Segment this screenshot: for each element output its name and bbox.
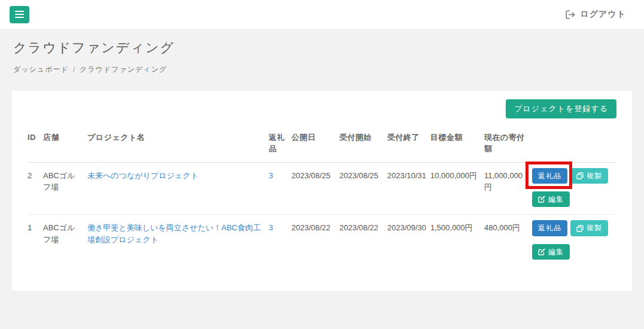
- header-id: ID: [28, 126, 43, 162]
- logout-link[interactable]: ログアウト: [566, 9, 626, 20]
- duplicate-button[interactable]: 複製: [570, 220, 608, 236]
- table-row: 1 ABCゴルフ場 働き甲斐と美味しいを両立させたい！ABC食肉工場創設プロジェ…: [28, 215, 616, 267]
- projects-table: ID 店舗 プロジェクト名 返礼品 公開日 受付開始 受付終了 目標金額 現在の…: [28, 126, 616, 267]
- cell-shop: ABCゴルフ場: [43, 215, 87, 267]
- gifts-count-link[interactable]: 3: [269, 223, 273, 232]
- breadcrumb: ダッシュボード / クラウドファンディング: [13, 65, 632, 75]
- top-navbar: ログアウト: [0, 0, 644, 29]
- cell-goal: 1,500,000円: [430, 215, 484, 267]
- header-start: 受付開始: [339, 126, 387, 162]
- header-actions: [532, 126, 616, 162]
- cell-current: 11,000,000円: [484, 162, 532, 215]
- edit-button[interactable]: 編集: [532, 244, 570, 260]
- header-end: 受付終了: [387, 126, 430, 162]
- edit-button[interactable]: 編集: [532, 191, 570, 207]
- copy-icon: [576, 172, 584, 179]
- cell-actions: 返礼品 複製: [532, 162, 616, 215]
- cell-start: 2023/08/22: [339, 215, 387, 267]
- page-title: クラウドファンディング: [13, 39, 632, 57]
- cell-shop: ABCゴルフ場: [43, 162, 87, 215]
- sidebar-toggle-button[interactable]: [10, 6, 29, 23]
- cell-id: 2: [28, 162, 43, 215]
- edit-icon: [538, 196, 545, 203]
- cell-end: 2023/09/30: [387, 215, 430, 267]
- cell-published: 2023/08/22: [291, 215, 339, 267]
- logout-label: ログアウト: [580, 9, 626, 20]
- breadcrumb-separator: /: [73, 66, 75, 74]
- breadcrumb-current: クラウドファンディング: [80, 65, 167, 75]
- sign-out-icon: [566, 10, 575, 19]
- project-name-link[interactable]: 働き甲斐と美味しいを両立させたい！ABC食肉工場創設プロジェクト: [87, 223, 260, 244]
- edit-icon: [538, 248, 545, 255]
- table-row: 2 ABCゴルフ場 未来へのつながりプロジェクト 3 2023/08/25 20…: [28, 162, 616, 215]
- copy-icon: [576, 225, 584, 232]
- page-content: クラウドファンディング ダッシュボード / クラウドファンディング プロジェクト…: [0, 39, 644, 291]
- cell-end: 2023/10/31: [387, 162, 430, 215]
- breadcrumb-dashboard-link[interactable]: ダッシュボード: [13, 65, 69, 75]
- cell-id: 1: [28, 215, 43, 267]
- project-name-link[interactable]: 未来へのつながりプロジェクト: [87, 171, 199, 180]
- header-shop: 店舗: [43, 126, 87, 162]
- header-goal: 目標金額: [430, 126, 484, 162]
- cell-goal: 10,000,000円: [430, 162, 484, 215]
- cell-actions: 返礼品 複製: [532, 215, 616, 267]
- cell-start: 2023/08/25: [339, 162, 387, 215]
- gifts-count-link[interactable]: 3: [269, 171, 273, 180]
- cell-published: 2023/08/25: [291, 162, 339, 215]
- header-published: 公開日: [291, 126, 339, 162]
- projects-card: プロジェクトを登録する ID 店舗 プロジェクト名 返礼品 公開日 受付開始 受…: [12, 91, 632, 291]
- header-project-name: プロジェクト名: [87, 126, 269, 162]
- card-toolbar: プロジェクトを登録する: [28, 99, 616, 118]
- header-current: 現在の寄付額: [484, 126, 532, 162]
- duplicate-button[interactable]: 複製: [570, 168, 608, 184]
- table-header-row: ID 店舗 プロジェクト名 返礼品 公開日 受付開始 受付終了 目標金額 現在の…: [28, 126, 616, 162]
- cell-current: 480,000円: [484, 215, 532, 267]
- header-gifts: 返礼品: [269, 126, 291, 162]
- gifts-button[interactable]: 返礼品: [532, 168, 567, 184]
- gifts-button[interactable]: 返礼品: [532, 220, 567, 236]
- register-project-button[interactable]: プロジェクトを登録する: [506, 99, 616, 118]
